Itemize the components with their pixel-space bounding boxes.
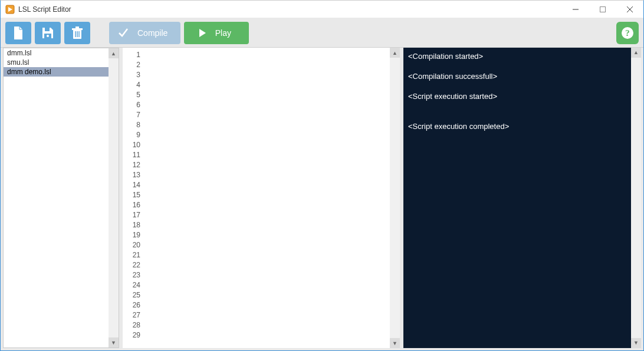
file-item[interactable]: dmm.lsl xyxy=(4,48,119,58)
file-list[interactable]: dmm.lslsmu.lsldmm demo.lsl xyxy=(4,48,119,347)
console-message: <Compilation started> xyxy=(408,51,636,61)
line-number: 29 xyxy=(123,330,140,340)
line-number: 7 xyxy=(123,110,140,120)
line-number: 20 xyxy=(123,240,140,250)
console-message xyxy=(408,111,636,121)
svg-rect-10 xyxy=(72,28,83,30)
svg-marker-15 xyxy=(199,29,206,37)
line-number: 15 xyxy=(123,190,140,200)
line-number: 2 xyxy=(123,60,140,70)
minimize-button[interactable] xyxy=(562,1,589,18)
app-icon xyxy=(5,5,15,14)
play-button-label: Play xyxy=(215,28,231,38)
line-number: 28 xyxy=(123,320,140,330)
line-number: 4 xyxy=(123,80,140,90)
svg-point-8 xyxy=(47,35,49,37)
output-scrollbar[interactable]: ▲ ▼ xyxy=(631,48,641,348)
line-number: 6 xyxy=(123,100,140,110)
compile-button[interactable]: Compile xyxy=(109,22,180,44)
code-editor[interactable] xyxy=(145,48,400,348)
play-icon xyxy=(198,28,207,38)
line-number: 21 xyxy=(123,250,140,260)
maximize-button[interactable] xyxy=(589,1,616,18)
file-list-panel: dmm.lslsmu.lsldmm demo.lsl ▲ ▼ xyxy=(3,48,119,348)
svg-rect-3 xyxy=(600,6,606,12)
delete-button[interactable] xyxy=(64,22,90,44)
new-file-button[interactable] xyxy=(5,22,31,44)
line-number: 8 xyxy=(123,120,140,130)
line-number: 17 xyxy=(123,210,140,220)
line-number: 25 xyxy=(123,290,140,300)
line-number: 12 xyxy=(123,160,140,170)
console-message: <Compilation successfull> xyxy=(408,71,636,81)
window-title: LSL Script Editor xyxy=(18,5,71,14)
scroll-down-icon[interactable]: ▼ xyxy=(631,338,641,348)
titlebar: LSL Script Editor xyxy=(1,1,643,18)
svg-text:?: ? xyxy=(625,28,630,38)
window-controls xyxy=(562,1,643,18)
line-number: 11 xyxy=(123,150,140,160)
line-number: 24 xyxy=(123,280,140,290)
scroll-up-icon[interactable]: ▲ xyxy=(390,48,400,58)
line-number: 13 xyxy=(123,170,140,180)
console-message: <Script execution started> xyxy=(408,91,636,101)
help-button[interactable]: ? xyxy=(616,22,639,44)
line-number: 23 xyxy=(123,270,140,280)
editor-scrollbar[interactable]: ▲ ▼ xyxy=(390,48,400,348)
line-number: 14 xyxy=(123,180,140,190)
scroll-down-icon[interactable]: ▼ xyxy=(109,337,119,347)
compile-button-label: Compile xyxy=(137,28,167,38)
file-item[interactable]: dmm demo.lsl xyxy=(4,67,119,77)
close-button[interactable] xyxy=(616,1,643,18)
file-list-scrollbar[interactable]: ▲ ▼ xyxy=(109,48,119,347)
toolbar: Compile Play ? xyxy=(1,18,643,48)
scroll-down-icon[interactable]: ▼ xyxy=(390,338,400,348)
file-item[interactable]: smu.lsl xyxy=(4,58,119,67)
line-number: 26 xyxy=(123,300,140,310)
play-button[interactable]: Play xyxy=(184,22,249,44)
line-number: 1 xyxy=(123,50,140,60)
line-number: 9 xyxy=(123,130,140,140)
line-number: 16 xyxy=(123,200,140,210)
line-number: 5 xyxy=(123,90,140,100)
scroll-up-icon[interactable]: ▲ xyxy=(109,48,119,58)
check-icon xyxy=(117,27,129,39)
editor-panel: 1234567891011121314151617181920212223242… xyxy=(123,48,400,348)
line-number: 3 xyxy=(123,70,140,80)
svg-rect-11 xyxy=(75,27,79,28)
line-number: 19 xyxy=(123,230,140,240)
main-area: dmm.lslsmu.lsldmm demo.lsl ▲ ▼ 123456789… xyxy=(1,48,643,350)
line-number: 10 xyxy=(123,140,140,150)
line-number-gutter: 1234567891011121314151617181920212223242… xyxy=(123,48,145,348)
line-number: 27 xyxy=(123,310,140,320)
scroll-up-icon[interactable]: ▲ xyxy=(631,48,641,58)
line-number: 18 xyxy=(123,220,140,230)
output-console: <Compilation started><Compilation succes… xyxy=(403,48,641,348)
console-message: <Script execution completed> xyxy=(408,121,636,131)
svg-rect-6 xyxy=(45,28,50,31)
line-number: 22 xyxy=(123,260,140,270)
save-button[interactable] xyxy=(35,22,61,44)
